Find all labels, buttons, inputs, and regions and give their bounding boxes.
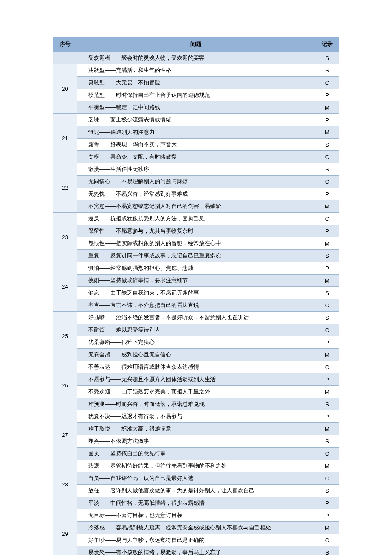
record-cell: M (315, 101, 339, 114)
question-cell: 难预测——时而兴奋，时而低落，承诺总难兑现 (77, 398, 315, 410)
table-row: 23逆反——抗拒或犹豫接受别人的方法，固执己见C (53, 213, 339, 225)
table-row: 平衡型——稳定，走中间路线M (53, 101, 339, 114)
question-cell: 放任——容许别人做他喜欢做的事，为的是讨好别人，让人喜欢自己 (77, 485, 315, 497)
record-cell: M (315, 423, 339, 435)
seq-cell: 25 (53, 312, 77, 361)
seq-cell: 27 (53, 410, 77, 460)
seq-cell (53, 52, 77, 64)
seq-cell: 29 (53, 509, 77, 555)
table-row: 模范型——时时保持自己举止合乎认同的道德规范P (53, 89, 339, 101)
record-cell: C (315, 324, 339, 336)
table-row: 28悲观——尽管期待好结果，但往往先看到事物的不利之处M (53, 460, 339, 472)
question-cell: 悲观——尽管期待好结果，但往往先看到事物的不利之处 (77, 460, 315, 472)
question-cell: 好争吵——易与人争吵，永远觉得自己是正确的 (77, 534, 315, 546)
record-cell: P (315, 497, 339, 509)
record-cell: C (315, 472, 339, 485)
table-row: 健忘——由于缺乏自我约束，不愿记无趣的事S (53, 287, 339, 299)
question-cell: 犹豫不决——迟迟才有行动，不易参与 (77, 410, 315, 423)
record-cell: C (315, 77, 339, 89)
table-row: 挑剔——坚持做琐碎事情，要求注意细节M (53, 275, 339, 287)
question-cell: 无安全感——感到担心且无自信心 (77, 349, 315, 361)
question-cell: 易发怒——有小孩般的情绪，易激动，事后马上又忘了 (77, 546, 315, 555)
question-cell: 不宽恕——不易宽恕或忘记别人对自己的伤害，易嫉妒 (77, 200, 315, 213)
record-cell: P (315, 188, 339, 200)
seq-cell: 22 (53, 163, 77, 213)
seq-cell: 28 (53, 460, 77, 509)
record-cell: S (315, 163, 339, 176)
question-cell: 乏味——面上极少流露表情或情绪 (77, 114, 315, 126)
record-cell: C (315, 151, 339, 163)
record-cell: C (315, 448, 339, 460)
record-cell: S (315, 139, 339, 151)
table-row: 21乏味——面上极少流露表情或情绪P (53, 114, 339, 126)
record-cell: S (315, 287, 339, 299)
table-row: 易发怒——有小孩般的情绪，易激动，事后马上又忘了S (53, 546, 339, 555)
record-cell: M (315, 237, 339, 250)
table-row: 冷落感——容易感到被人疏离，经常无安全感或担心别人不喜欢与自己相处M (53, 522, 339, 534)
question-cell: 保留性——不愿意参与，尤其当事物复杂时 (77, 225, 315, 237)
question-cell: 逆反——抗拒或犹豫接受别人的方法，固执己见 (77, 213, 315, 225)
table-row: 25好插嘴——滔滔不绝的发言者，不是好听众，不留意别人也在讲话S (53, 312, 339, 324)
record-cell: S (315, 64, 339, 77)
question-cell: 平淡——中间性格，无高低情绪，很少表露感情 (77, 497, 315, 509)
table-body: 受欢迎者——聚会时的灵魂人物，受欢迎的宾客S20跳跃型——充满活力和生气的性格S… (53, 52, 339, 555)
header-seq: 序号 (53, 37, 77, 52)
table-row: 难于取悦——标准太高，很难满意M (53, 423, 339, 435)
record-cell: P (315, 336, 339, 349)
question-cell: 固执——坚持依自己的意见行事 (77, 448, 315, 460)
table-row: 固执——坚持依自己的意见行事C (53, 448, 339, 460)
seq-cell: 23 (53, 213, 77, 262)
record-cell: P (315, 373, 339, 386)
table-row: 24惧怕——经常感到强烈的担心、焦虑、悲戚P (53, 262, 339, 275)
question-cell: 不愿参与——无兴趣且不愿介入团体活动或别人生活 (77, 373, 315, 386)
question-cell: 忸怩——躲避别人的注意力 (77, 126, 315, 139)
record-cell: M (315, 200, 339, 213)
table-row: 即兴——不依照方法做事S (53, 435, 339, 448)
record-cell: M (315, 460, 339, 472)
question-cell: 惧怕——经常感到强烈的担心、焦虑、悲戚 (77, 262, 315, 275)
question-cell: 跳跃型——充满活力和生气的性格 (77, 64, 315, 77)
question-cell: 露骨——好表现，华而不实，声音大 (77, 139, 315, 151)
record-cell: S (315, 435, 339, 448)
question-cell: 难于取悦——标准太高，很难满意 (77, 423, 315, 435)
record-cell: M (315, 522, 339, 534)
question-cell: 散漫——生活任性无秩序 (77, 163, 315, 176)
table-row: 保留性——不愿意参与，尤其当事物复杂时P (53, 225, 339, 237)
table-row: 无安全感——感到担心且无自信心M (53, 349, 339, 361)
record-cell: S (315, 546, 339, 555)
table-row: 26不善表达——很难用语言或肢体当众表达感情C (53, 361, 339, 373)
seq-cell: 24 (53, 262, 77, 312)
question-cell: 模范型——时时保持自己举止合乎认同的道德规范 (77, 89, 315, 101)
header-question: 问题 (77, 37, 315, 52)
question-cell: 受欢迎者——聚会时的灵魂人物，受欢迎的宾客 (77, 52, 315, 64)
record-cell: P (315, 262, 339, 275)
table-row: 优柔寡断——很难下定决心P (53, 336, 339, 349)
question-cell: 平衡型——稳定，走中间路线 (77, 101, 315, 114)
record-cell: C (315, 176, 339, 188)
question-cell: 勇敢型——大无畏，不怕冒险 (77, 77, 315, 89)
table-row: 27犹豫不决——迟迟才有行动，不易参与P (53, 410, 339, 423)
question-cell: 不善表达——很难用语言或肢体当众表达感情 (77, 361, 315, 373)
table-row: 放任——容许别人做他喜欢做的事，为的是讨好别人，让人喜欢自己S (53, 485, 339, 497)
header-row: 序号 问题 记录 (53, 37, 339, 52)
record-cell: P (315, 114, 339, 126)
question-cell: 优柔寡断——很难下定决心 (77, 336, 315, 349)
table-row: 自负——自我评价高，认为自己是最好人选C (53, 472, 339, 485)
seq-cell: 26 (53, 361, 77, 410)
table-row: 率直——直言不讳，不介意把自己的看法直说C (53, 299, 339, 312)
table-row: 专横——喜命令、支配，有时略傲慢C (53, 151, 339, 163)
table-row: 22散漫——生活任性无秩序S (53, 163, 339, 176)
record-cell: P (315, 410, 339, 423)
record-cell: M (315, 349, 339, 361)
personality-table: 序号 问题 记录 受欢迎者——聚会时的灵魂人物，受欢迎的宾客S20跳跃型——充满… (53, 37, 339, 555)
question-cell: 无目标——不喜订目标，也无意订目标 (77, 509, 315, 522)
question-cell: 怨恨性——把实际或想象的别人的冒犯，经常放在心中 (77, 237, 315, 250)
table-row: 好争吵——易与人争吵，永远觉得自己是正确的C (53, 534, 339, 546)
record-cell: C (315, 534, 339, 546)
question-cell: 不受欢迎——由于强烈要求完美，而拒人千里之外 (77, 386, 315, 398)
question-cell: 挑剔——坚持做琐碎事情，要求注意细节 (77, 275, 315, 287)
record-cell: P (315, 89, 339, 101)
question-cell: 专横——喜命令、支配，有时略傲慢 (77, 151, 315, 163)
record-cell: P (315, 225, 339, 237)
record-cell: M (315, 386, 339, 398)
